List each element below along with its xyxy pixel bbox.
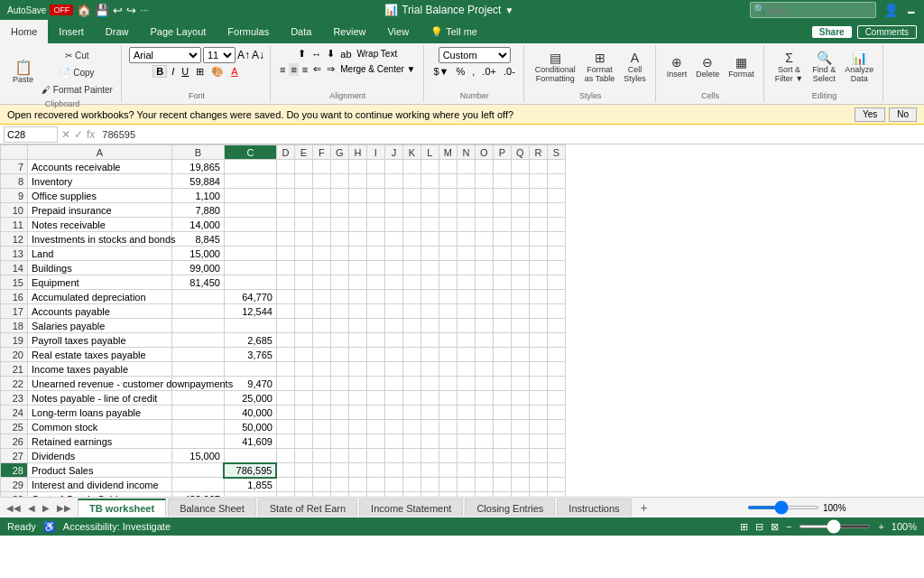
cell-a18[interactable]: Salaries payable xyxy=(28,319,172,333)
cell-empty[interactable] xyxy=(276,203,294,218)
cell-empty[interactable] xyxy=(475,232,493,247)
cell-empty[interactable] xyxy=(493,391,511,406)
cell-empty[interactable] xyxy=(511,174,529,189)
cell-empty[interactable] xyxy=(348,290,366,304)
cell-empty[interactable] xyxy=(348,492,366,498)
fill-color-button[interactable]: 🎨 xyxy=(208,66,226,78)
cell-empty[interactable] xyxy=(330,420,348,434)
cell-empty[interactable] xyxy=(294,218,312,232)
align-top-button[interactable]: ⬆ xyxy=(296,47,308,61)
sheet-tab-income-statement[interactable]: Income Statement xyxy=(359,499,463,517)
cell-empty[interactable] xyxy=(493,348,511,362)
row-header-25[interactable]: 25 xyxy=(1,420,28,434)
cell-empty[interactable] xyxy=(402,319,420,333)
cell-empty[interactable] xyxy=(529,333,547,348)
cell-empty[interactable] xyxy=(294,362,312,377)
cell-empty[interactable] xyxy=(420,406,439,420)
cell-empty[interactable] xyxy=(547,319,565,333)
cell-c28[interactable]: 786,595 xyxy=(224,463,276,478)
cell-empty[interactable] xyxy=(294,348,312,362)
cell-c16[interactable]: 64,770 xyxy=(224,290,276,304)
cell-empty[interactable] xyxy=(366,333,384,348)
row-header-16[interactable]: 16 xyxy=(1,290,28,304)
col-header-s[interactable]: S xyxy=(547,145,565,160)
cell-empty[interactable] xyxy=(493,478,511,492)
cell-empty[interactable] xyxy=(348,391,366,406)
cell-empty[interactable] xyxy=(402,463,420,478)
col-header-c[interactable]: C xyxy=(224,145,276,160)
cell-empty[interactable] xyxy=(276,275,294,290)
orientation-button[interactable]: ab xyxy=(338,48,353,61)
insert-button[interactable]: ⊕ Insert xyxy=(663,47,691,87)
cell-empty[interactable] xyxy=(402,247,420,261)
row-header-19[interactable]: 19 xyxy=(1,333,28,348)
cell-empty[interactable] xyxy=(402,434,420,449)
cell-empty[interactable] xyxy=(420,218,439,232)
cell-a26[interactable]: Retained earnings xyxy=(28,434,172,449)
number-format-select[interactable]: Custom xyxy=(439,47,511,63)
cell-empty[interactable] xyxy=(475,218,493,232)
cell-empty[interactable] xyxy=(330,304,348,319)
cell-a9[interactable]: Office supplies xyxy=(28,189,172,203)
col-header-j[interactable]: J xyxy=(384,145,402,160)
align-bottom-button[interactable]: ⬇ xyxy=(325,47,337,61)
cell-empty[interactable] xyxy=(276,160,294,174)
cell-empty[interactable] xyxy=(457,348,475,362)
cell-empty[interactable] xyxy=(420,377,439,391)
cell-empty[interactable] xyxy=(348,362,366,377)
cell-empty[interactable] xyxy=(547,218,565,232)
cell-a12[interactable]: Investments in stocks and bonds xyxy=(28,232,172,247)
row-header-27[interactable]: 27 xyxy=(1,449,28,463)
cell-empty[interactable] xyxy=(511,160,529,174)
cell-empty[interactable] xyxy=(547,478,565,492)
cell-empty[interactable] xyxy=(511,232,529,247)
cell-empty[interactable] xyxy=(312,261,330,275)
cell-empty[interactable] xyxy=(384,406,402,420)
row-header-12[interactable]: 12 xyxy=(1,232,28,247)
no-button[interactable]: No xyxy=(889,107,917,122)
cell-empty[interactable] xyxy=(547,463,565,478)
analyze-data-button[interactable]: 📊 Analyze Data xyxy=(841,47,877,87)
cell-a15[interactable]: Equipment xyxy=(28,275,172,290)
cell-empty[interactable] xyxy=(475,478,493,492)
cell-empty[interactable] xyxy=(366,449,384,463)
cell-empty[interactable] xyxy=(547,174,565,189)
cell-empty[interactable] xyxy=(420,304,439,319)
tab-scroll-prev[interactable]: ◀ xyxy=(25,502,38,514)
align-center-button[interactable]: ≡ xyxy=(289,63,298,76)
cell-c7[interactable] xyxy=(224,160,276,174)
cell-empty[interactable] xyxy=(511,275,529,290)
save-icon[interactable]: 💾 xyxy=(95,4,109,17)
col-header-r[interactable]: R xyxy=(529,145,547,160)
cell-a14[interactable]: Buildings xyxy=(28,261,172,275)
name-box[interactable] xyxy=(4,126,58,143)
cell-empty[interactable] xyxy=(312,247,330,261)
cell-empty[interactable] xyxy=(420,391,439,406)
merge-center-button[interactable]: Merge & Center ▼ xyxy=(338,63,417,75)
cell-empty[interactable] xyxy=(312,478,330,492)
cell-empty[interactable] xyxy=(493,434,511,449)
format-button[interactable]: ▦ Format xyxy=(725,47,758,87)
tab-data[interactable]: Data xyxy=(280,20,322,43)
row-header-11[interactable]: 11 xyxy=(1,218,28,232)
cell-empty[interactable] xyxy=(457,406,475,420)
cell-empty[interactable] xyxy=(439,406,457,420)
cell-empty[interactable] xyxy=(276,304,294,319)
cell-empty[interactable] xyxy=(330,160,348,174)
cell-empty[interactable] xyxy=(402,449,420,463)
col-header-d[interactable]: D xyxy=(276,145,294,160)
cell-empty[interactable] xyxy=(529,449,547,463)
cell-empty[interactable] xyxy=(529,319,547,333)
cell-empty[interactable] xyxy=(366,261,384,275)
cell-empty[interactable] xyxy=(366,348,384,362)
cell-empty[interactable] xyxy=(457,362,475,377)
cell-empty[interactable] xyxy=(457,160,475,174)
cell-b23[interactable] xyxy=(172,391,225,406)
cell-empty[interactable] xyxy=(276,333,294,348)
cell-empty[interactable] xyxy=(402,174,420,189)
zoom-slider[interactable] xyxy=(747,506,819,509)
cell-styles-button[interactable]: A Cell Styles xyxy=(620,47,650,87)
cell-empty[interactable] xyxy=(312,189,330,203)
cell-empty[interactable] xyxy=(312,304,330,319)
row-header-15[interactable]: 15 xyxy=(1,275,28,290)
